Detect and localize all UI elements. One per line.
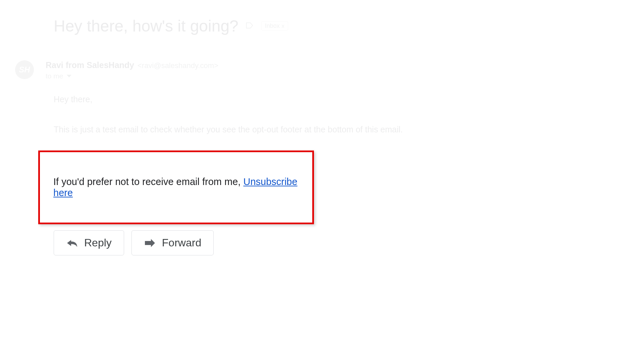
forward-button[interactable]: Forward: [131, 230, 214, 255]
important-marker-icon[interactable]: [245, 21, 255, 32]
recipient-text: to me: [46, 72, 63, 80]
sender-row: SH Ravi from SalesHandy <ravi@saleshandy…: [15, 60, 631, 80]
forward-label: Forward: [162, 237, 201, 249]
unsubscribe-text: If you'd prefer not to receive email fro…: [53, 176, 243, 187]
email-greeting: Hey there,: [54, 92, 631, 107]
sender-name: Ravi from SalesHandy: [46, 60, 134, 70]
forward-icon: [144, 238, 156, 248]
sender-email: <ravi@saleshandy.com>: [138, 61, 218, 70]
sender-avatar[interactable]: SH: [15, 60, 34, 79]
inbox-label[interactable]: Inbox x: [261, 21, 288, 31]
reply-label: Reply: [84, 237, 112, 249]
inbox-label-close-icon[interactable]: x: [282, 23, 284, 29]
unsubscribe-highlight-box: If you'd prefer not to receive email fro…: [38, 150, 314, 224]
email-body: Hey there, This is just a test email to …: [54, 92, 631, 137]
recipient-dropdown[interactable]: to me: [46, 72, 218, 80]
action-buttons-row: Reply Forward: [54, 230, 631, 255]
chevron-down-icon: [67, 75, 71, 77]
reply-button[interactable]: Reply: [54, 230, 124, 255]
subject-row: Hey there, how's it going? Inbox x: [54, 17, 631, 35]
email-subject: Hey there, how's it going?: [54, 17, 238, 35]
reply-icon: [66, 238, 78, 248]
email-body-text: This is just a test email to check wheth…: [54, 122, 631, 137]
inbox-label-text: Inbox: [265, 22, 280, 29]
